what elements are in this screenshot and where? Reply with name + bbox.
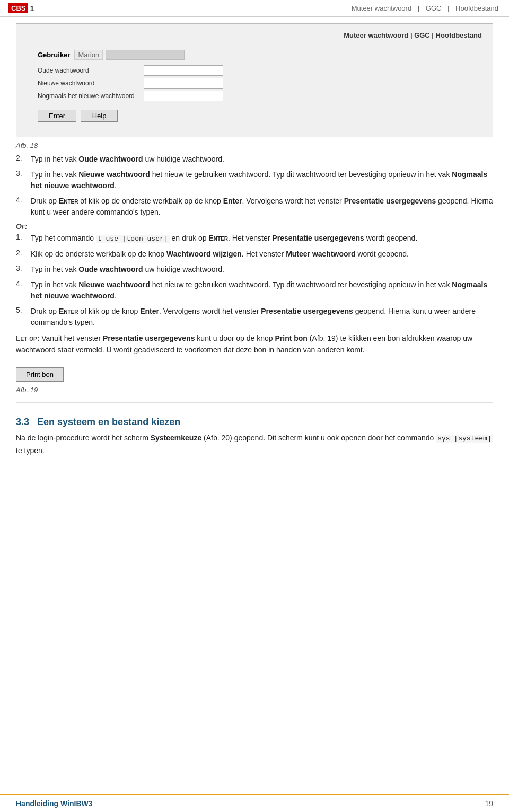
footer-page: 19 [485,799,493,808]
fig18-caption: Afb. 18 [16,142,493,149]
of-step-5: 5. Druk op Enter of klik op de knop Ente… [16,306,493,328]
of-step-4: 4. Typ in het vak Nieuwe wachtwoord het … [16,279,493,302]
gebruiker-label: Gebruiker [38,51,70,59]
field-input-nogmaals[interactable] [144,91,223,101]
logo-number: 1 [30,4,34,13]
gebruiker-row: Gebruiker Marion [38,50,471,60]
fig19-caption: Afb. 19 [16,386,493,394]
of-label: Of: [16,222,493,231]
step-2-text: Typ in het vak Oude wachtwoord uw huidig… [31,154,493,165]
code-sys: sys [systeem] [436,435,493,443]
footer: Handleiding WinIBW3 19 [0,794,509,812]
of-step-1: 1. Typ het commando t use [toon user] en… [16,233,493,244]
step-4-text: Druk op Enter of klik op de onderste wer… [31,196,493,218]
screenshot-window: Muteer wachtwoord | GGC | Hoofdbestand G… [16,23,493,137]
field-input-oude[interactable] [144,65,223,76]
of-step-3: 3. Typ in het vak Oude wachtwoord uw hui… [16,264,493,275]
field-label-oude: Oude wachtwoord [38,67,144,74]
field-input-nieuwe[interactable] [144,78,223,89]
of-step-3-text: Typ in het vak Oude wachtwoord uw huidig… [31,264,493,275]
footer-title: Handleiding WinIBW3 [16,799,93,808]
breadcrumb-part1: Muteer wachtwoord [352,4,411,12]
step-2-num: 2. [16,154,31,162]
gebruiker-value: Marion [74,50,103,60]
breadcrumb: Muteer wachtwoord | GGC | Hoofdbestand [349,4,501,12]
section-heading: 3.3 Een systeem en bestand kiezen [16,413,493,428]
field-row-oude: Oude wachtwoord [38,65,471,76]
button-bar: Enter Help [38,110,471,122]
main-content: 2. Typ in het vak Oude wachtwoord uw hui… [0,152,509,467]
let-op-block: Let op: Vanuit het venster Presentatie u… [16,332,493,356]
logo-area: CBS 1 [8,3,34,13]
top-bar: CBS 1 Muteer wachtwoord | GGC | Hoofdbes… [0,0,509,17]
help-button[interactable]: Help [81,110,118,122]
of-step-4-num: 4. [16,279,31,288]
breadcrumb-sep1: | [418,4,422,12]
cbs-logo: CBS [8,3,28,13]
step-2: 2. Typ in het vak Oude wachtwoord uw hui… [16,154,493,165]
of-step-5-num: 5. [16,306,31,314]
of-step-2-text: Klik op de onderste werkbalk op de knop … [31,249,493,260]
step-4-num: 4. [16,196,31,204]
step-3-num: 3. [16,169,31,178]
window-title-bar: Muteer wachtwoord | GGC | Hoofdbestand [27,31,482,39]
breadcrumb-sep2: | [447,4,451,12]
separator [16,402,493,403]
form-area: Gebruiker Marion Oude wachtwoord Nieuwe … [27,45,482,127]
section-title: Een systeem en bestand kiezen [37,417,180,427]
of-step-2-num: 2. [16,249,31,257]
breadcrumb-part3: Hoofdbestand [455,4,498,12]
window-title-text: Muteer wachtwoord | GGC | Hoofdbestand [344,31,482,39]
code-tuse: t use [toon user] [96,235,170,243]
of-step-5-text: Druk op Enter of klik op de knop Enter. … [31,306,493,328]
field-row-nogmaals: Nogmaals het nieuwe wachtwoord [38,91,471,101]
step-3-text: Typ in het vak Nieuwe wachtwoord het nie… [31,169,493,191]
field-label-nogmaals: Nogmaals het nieuwe wachtwoord [38,92,144,100]
let-op-text: Vanuit het venster Presentatie usergegev… [16,334,472,354]
of-step-1-num: 1. [16,233,31,241]
let-op-label: Let op: [16,334,39,342]
step-3: 3. Typ in het vak Nieuwe wachtwoord het … [16,169,493,191]
of-step-4-text: Typ in het vak Nieuwe wachtwoord het nie… [31,279,493,302]
breadcrumb-part2: GGC [426,4,442,12]
of-step-3-num: 3. [16,264,31,272]
field-row-nieuwe: Nieuwe wachtwoord [38,78,471,89]
print-bon-button[interactable]: Print bon [16,367,64,382]
gebruiker-redacted [106,50,185,60]
enter-button[interactable]: Enter [38,110,76,122]
of-step-1-text: Typ het commando t use [toon user] en dr… [31,233,493,244]
section-paragraph: Na de login-procedure wordt het scherm S… [16,432,493,456]
of-step-2: 2. Klik op de onderste werkbalk op de kn… [16,249,493,260]
section-num: 3.3 [16,417,29,427]
print-bon-container: Print bon [16,362,493,384]
step-4: 4. Druk op Enter of klik op de onderste … [16,196,493,218]
field-label-nieuwe: Nieuwe wachtwoord [38,80,144,87]
